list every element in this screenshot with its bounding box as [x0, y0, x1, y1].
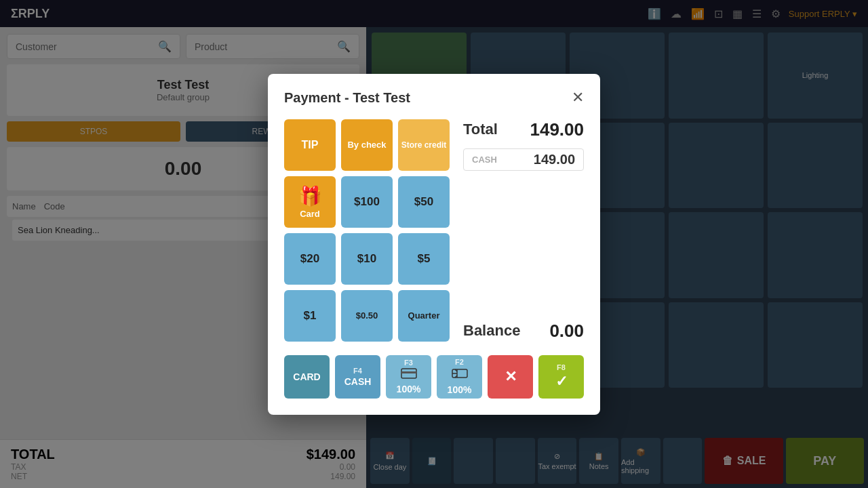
cancel-icon: ✕	[505, 368, 517, 386]
svg-rect-1	[401, 371, 416, 373]
tip-button[interactable]: TIP	[284, 119, 336, 171]
balance-label: Balance	[463, 322, 520, 340]
cash-button-label: CASH	[344, 376, 372, 387]
total-label: Total	[463, 121, 498, 138]
confirm-button[interactable]: F8 ✓	[538, 355, 584, 399]
action-buttons-row: CARD F4 CASH F3 100% F2	[284, 355, 584, 399]
cash-input-label: CASH	[472, 155, 497, 165]
modal-title: Payment - Test Test	[284, 90, 410, 106]
total-line: Total 149.00	[463, 119, 584, 140]
modal-header: Payment - Test Test ✕	[284, 90, 584, 106]
total-amount: 149.00	[530, 119, 584, 140]
modal-body: TIP By check Store credit 🎁 Card $100 $5…	[284, 119, 584, 342]
credit-card-100-button[interactable]: F3 100%	[386, 355, 431, 399]
gift-pct-label: 100%	[448, 384, 472, 395]
one-button[interactable]: $1	[284, 290, 336, 342]
credit-card-icon	[401, 368, 417, 382]
gift-card-label: Card	[300, 209, 320, 219]
gift-card-button[interactable]: 🎁 Card	[284, 176, 336, 228]
hundred-button[interactable]: $100	[341, 176, 393, 228]
payment-modal: Payment - Test Test ✕ TIP By check Store…	[268, 74, 600, 415]
confirm-icon: ✓	[555, 373, 568, 390]
spacer	[463, 179, 584, 312]
store-credit-button[interactable]: Store credit	[398, 119, 450, 171]
credit-pct-label: 100%	[397, 384, 421, 394]
gift-ticket-icon	[452, 367, 468, 383]
cash-action-button[interactable]: F4 CASH	[335, 355, 380, 399]
gift-icon: 🎁	[298, 185, 322, 207]
modal-overlay: Payment - Test Test ✕ TIP By check Store…	[0, 0, 868, 488]
five-button[interactable]: $5	[398, 233, 450, 285]
gift-100-button[interactable]: F2 100%	[437, 355, 482, 399]
cash-input-value: 149.00	[534, 152, 575, 167]
fifty-button[interactable]: $50	[398, 176, 450, 228]
modal-close-button[interactable]: ✕	[572, 90, 584, 105]
ten-button[interactable]: $10	[341, 233, 393, 285]
gift-fn-key: F2	[455, 358, 464, 366]
quarter-button[interactable]: Quarter	[398, 290, 450, 342]
card-button-label: CARD	[293, 371, 320, 382]
balance-amount: 0.00	[549, 321, 584, 342]
cancel-button[interactable]: ✕	[488, 355, 533, 399]
by-check-button[interactable]: By check	[341, 119, 393, 171]
credit-fn-key: F3	[404, 359, 413, 367]
twenty-button[interactable]: $20	[284, 233, 336, 285]
confirm-fn-key: F8	[557, 363, 566, 371]
cash-fn-key: F4	[353, 367, 362, 375]
payment-totals: Total 149.00 CASH 149.00 Balance 0.00	[463, 119, 584, 342]
card-action-button[interactable]: CARD	[284, 355, 330, 399]
balance-line: Balance 0.00	[463, 321, 584, 342]
fifty-cents-button[interactable]: $0.50	[341, 290, 393, 342]
cash-input-row[interactable]: CASH 149.00	[463, 148, 584, 171]
payment-methods-grid: TIP By check Store credit 🎁 Card $100 $5…	[284, 119, 450, 342]
